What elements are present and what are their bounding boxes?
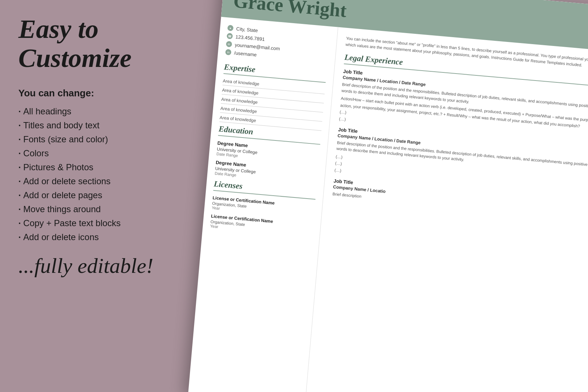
- list-item: Move things around: [18, 204, 187, 214]
- list-item: Add or delete pages: [18, 190, 187, 200]
- list-item: Colors: [18, 148, 187, 158]
- contact-linkedin: /username: [234, 50, 257, 57]
- contact-city: City, State: [236, 26, 258, 33]
- fully-editable-label: ...fully editable!: [18, 253, 187, 278]
- contact-email: yourname@mail.com: [234, 42, 280, 51]
- resume-name: Grace Wright: [233, 0, 347, 20]
- email-icon: ✉: [226, 41, 232, 47]
- expertise-section: Expertise Area of knowledge Area of know…: [219, 62, 327, 131]
- resume-right-col: You can include the section "about me" o…: [305, 27, 588, 392]
- header-left: Attorney Grace Wright: [233, 0, 348, 20]
- feature-list: All headings Titles and body text Fonts …: [18, 106, 187, 242]
- list-item: Pictures & Photos: [18, 162, 187, 172]
- licenses-section: Licenses License or Certification Name O…: [210, 179, 316, 237]
- list-item: Titles and body text: [18, 120, 187, 131]
- resume-wrapper: Attorney Grace Wright ● City, State ☎ 12…: [188, 0, 588, 392]
- list-item: All headings: [18, 106, 187, 117]
- contact-section: ● City, State ☎ 123.456.7891 ✉ yourname@…: [225, 25, 330, 64]
- list-item: Add or delete sections: [18, 176, 187, 186]
- linkedin-icon: in: [225, 49, 232, 55]
- phone-icon: ☎: [226, 33, 233, 39]
- resume-body: ● City, State ☎ 123.456.7891 ✉ yourname@…: [188, 17, 588, 392]
- left-panel: Easy to Customize You can change: All he…: [0, 0, 206, 392]
- list-item: Copy + Paste text blocks: [18, 218, 187, 228]
- main-title: Easy to Customize: [18, 15, 187, 73]
- legal-experience-section: Legal Experience Job Title Company Name …: [332, 53, 588, 221]
- location-icon: ●: [227, 25, 233, 31]
- education-section: Education Degree Name University or Coll…: [215, 124, 321, 184]
- list-item: Add or delete icons: [18, 232, 187, 242]
- you-can-change-label: You can change:: [18, 88, 187, 99]
- list-item: Fonts (size and color): [18, 134, 187, 145]
- resume-document: Attorney Grace Wright ● City, State ☎ 12…: [188, 0, 588, 392]
- contact-phone: 123.456.7891: [235, 34, 265, 42]
